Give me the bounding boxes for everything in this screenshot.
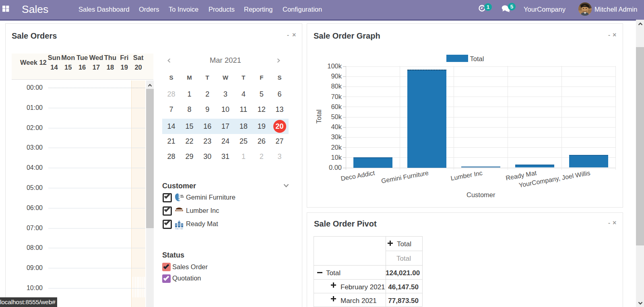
svg-text:READY MAT: READY MAT (175, 228, 184, 230)
